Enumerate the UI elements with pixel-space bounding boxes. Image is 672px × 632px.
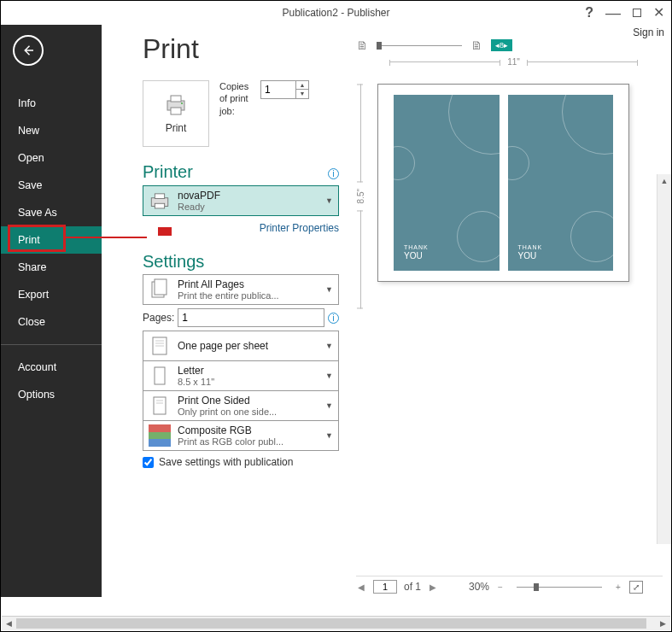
zoom-percent-label: 30% <box>469 581 489 593</box>
one-sided-icon <box>149 395 171 417</box>
zoom-out-button[interactable]: − <box>496 582 505 592</box>
card-right: THANKYOU <box>508 95 614 271</box>
printer-info-icon[interactable]: i <box>328 168 339 179</box>
svg-rect-5 <box>155 194 164 199</box>
ruler-vertical: 8.5" <box>356 84 365 308</box>
fit-page-icon[interactable]: ⤢ <box>629 581 643 594</box>
chevron-down-icon: ▼ <box>325 196 333 205</box>
print-range-main: Print All Pages <box>178 278 318 290</box>
copies-spinner[interactable]: ▲ ▼ <box>260 80 309 99</box>
sided-main: Print One Sided <box>178 395 318 407</box>
svg-rect-14 <box>154 397 166 414</box>
svg-point-3 <box>181 102 183 104</box>
ruler-horizontal: 11" <box>356 57 671 67</box>
printer-device-icon <box>149 190 171 212</box>
chevron-down-icon: ▼ <box>325 285 333 294</box>
print-button[interactable]: Print <box>143 80 209 147</box>
preview-thumb-badge: ◂8▸ <box>491 39 512 51</box>
printer-dropdown[interactable]: novaPDF Ready ▼ <box>143 185 339 216</box>
sidebar-item-share[interactable]: Share <box>1 254 102 281</box>
color-dropdown[interactable]: Composite RGB Print as RGB color publ...… <box>143 420 339 451</box>
page-layout-icon <box>149 335 171 357</box>
sidebar-item-save[interactable]: Save <box>1 172 102 199</box>
print-range-dropdown[interactable]: Print All Pages Print the entire publica… <box>143 274 339 305</box>
sided-sub: Only print on one side... <box>178 407 318 417</box>
sidebar-item-print[interactable]: Print <box>1 226 102 254</box>
svg-rect-8 <box>155 279 167 295</box>
sidebar-item-info[interactable]: Info <box>1 90 102 117</box>
help-icon[interactable]: ? <box>585 5 593 20</box>
preview-toolbar: 🗎 🗎 ◂8▸ <box>356 33 671 54</box>
title-bar: Publication2 - Publisher ? — ✕ <box>1 1 671 25</box>
print-preview-page: THANKYOU THANKYOU <box>377 84 629 282</box>
sidebar-item-open[interactable]: Open <box>1 144 102 172</box>
scroll-left-icon[interactable]: ◀ <box>2 617 16 630</box>
paper-dropdown[interactable]: Letter 8.5 x 11" ▼ <box>143 360 339 391</box>
copies-down-icon[interactable]: ▼ <box>296 90 308 98</box>
next-page-button[interactable]: ▶ <box>428 582 438 592</box>
window-title: Publication2 - Publisher <box>282 7 389 19</box>
save-settings-label: Save settings with publication <box>159 456 293 468</box>
sidebar-divider <box>1 344 102 345</box>
printer-icon <box>162 93 190 117</box>
sidebar-item-options[interactable]: Options <box>1 381 102 408</box>
printer-status: Ready <box>178 202 318 212</box>
preview-pages-slider[interactable] <box>377 45 462 46</box>
sidebar-item-new[interactable]: New <box>1 117 102 144</box>
scroll-up-icon[interactable]: ▲ <box>657 174 671 189</box>
scroll-thumb[interactable] <box>16 618 646 629</box>
preview-footer: ◀ of 1 ▶ 30% − + ⤢ <box>356 576 663 594</box>
zoom-slider[interactable] <box>517 587 602 588</box>
minimize-icon[interactable]: — <box>605 9 621 16</box>
card-left: THANKYOU <box>394 95 500 271</box>
color-main: Composite RGB <box>178 424 318 436</box>
pages-stack-icon <box>149 278 171 301</box>
sided-dropdown[interactable]: Print One Sided Only print on one side..… <box>143 390 339 421</box>
chevron-down-icon: ▼ <box>325 372 333 380</box>
sidebar-item-saveas[interactable]: Save As <box>1 199 102 226</box>
layout-dropdown[interactable]: One page per sheet ▼ <box>143 331 339 361</box>
copies-up-icon[interactable]: ▲ <box>296 81 308 90</box>
printer-properties-link[interactable]: Printer Properties <box>260 222 339 234</box>
chevron-down-icon: ▼ <box>325 401 333 410</box>
copies-input[interactable] <box>261 81 295 98</box>
printer-section-title: Printer <box>143 162 193 182</box>
save-settings-checkbox[interactable] <box>143 457 154 468</box>
paper-main: Letter <box>178 365 318 377</box>
rgb-swatch-icon <box>149 424 171 447</box>
svg-rect-1 <box>171 96 181 102</box>
paper-size-icon <box>149 365 171 387</box>
sidebar-item-export[interactable]: Export <box>1 281 102 308</box>
printer-name: novaPDF <box>178 190 318 202</box>
settings-section-title: Settings <box>143 252 339 272</box>
page-total-label: of 1 <box>404 581 421 593</box>
pages-input[interactable] <box>178 308 324 327</box>
zoom-in-button[interactable]: + <box>614 582 622 592</box>
back-arrow-icon <box>20 43 36 58</box>
scroll-right-icon[interactable]: ▶ <box>656 617 670 630</box>
single-page-icon[interactable]: 🗎 <box>356 38 368 52</box>
chevron-down-icon: ▼ <box>325 431 333 440</box>
maximize-icon[interactable] <box>633 9 641 17</box>
backstage-sidebar: Info New Open Save Save As Print Share E… <box>1 25 102 597</box>
multi-page-icon[interactable]: 🗎 <box>470 38 482 52</box>
layout-main: One page per sheet <box>178 340 318 352</box>
page-title: Print <box>143 33 339 65</box>
sidebar-item-account[interactable]: Account <box>1 354 102 381</box>
chevron-down-icon: ▼ <box>325 342 333 350</box>
color-sub: Print as RGB color publ... <box>178 436 318 447</box>
back-button[interactable] <box>13 35 44 66</box>
pages-info-icon[interactable]: i <box>328 313 339 324</box>
prev-page-button[interactable]: ◀ <box>356 582 366 592</box>
svg-rect-2 <box>171 108 181 114</box>
sidebar-item-close[interactable]: Close <box>1 308 102 336</box>
window-horizontal-scrollbar[interactable]: ◀ ▶ <box>2 616 670 630</box>
svg-rect-6 <box>155 203 164 208</box>
page-number-input[interactable] <box>373 580 397 594</box>
pages-label: Pages: <box>143 312 174 324</box>
preview-vertical-scrollbar[interactable]: ▲ <box>657 174 671 544</box>
annotation-red-marker <box>158 227 172 236</box>
close-icon[interactable]: ✕ <box>653 4 664 20</box>
print-button-label: Print <box>166 122 187 134</box>
copies-label: Copies of print job: <box>219 80 254 117</box>
